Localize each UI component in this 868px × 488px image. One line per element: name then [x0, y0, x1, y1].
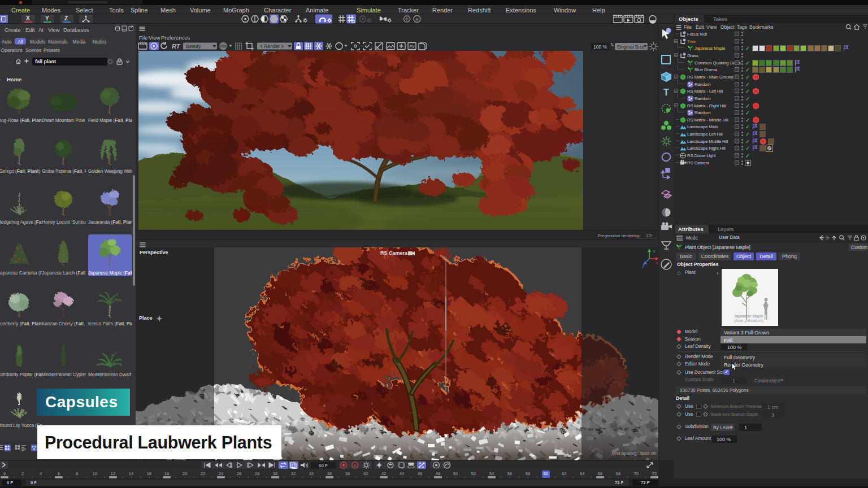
svg-text:A: A: [353, 463, 356, 468]
svg-text:< Render >: < Render >: [260, 43, 284, 49]
svg-text:Beauty: Beauty: [186, 43, 201, 49]
svg-text:A: A: [415, 17, 419, 22]
svg-text:(Acer palmatum): (Acer palmatum): [734, 319, 763, 323]
svg-text:Y: Y: [653, 250, 656, 254]
svg-text:T: T: [663, 87, 670, 98]
svg-text:Japanese Maple: Japanese Maple: [734, 314, 763, 319]
svg-text:60 F: 60 F: [319, 463, 328, 468]
svg-text:RGB: RGB: [220, 45, 227, 48]
svg-text:PV: PV: [410, 45, 415, 49]
svg-text:RT: RT: [172, 43, 181, 50]
svg-text:Z: Z: [642, 264, 645, 268]
